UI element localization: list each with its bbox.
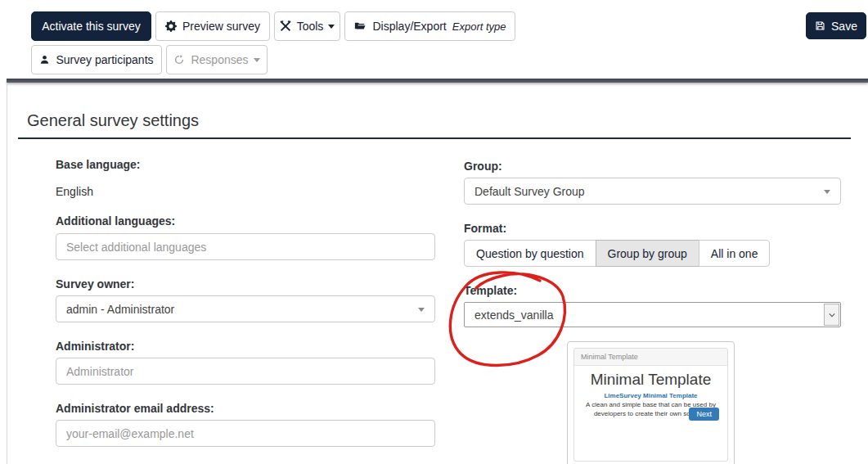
group-select[interactable]: Default Survey Group	[464, 178, 841, 205]
responses-icon	[173, 54, 185, 65]
save-label: Save	[831, 20, 857, 33]
administrator-input[interactable]	[56, 358, 435, 385]
template-value: extends_vanilla	[474, 309, 554, 322]
tools-menu-label: Tools	[297, 20, 324, 33]
template-preview-card: Minimal Template Minimal Template LimeSu…	[573, 348, 728, 462]
display-export-label: Display/Export	[372, 20, 446, 33]
tools-menu-button[interactable]: Tools	[274, 11, 340, 41]
responses-menu-button[interactable]: Responses	[166, 45, 268, 74]
admin-email-input[interactable]	[56, 420, 435, 447]
chevron-down-icon	[824, 190, 830, 194]
base-language-label: Base language:	[56, 158, 140, 171]
format-label: Format:	[464, 222, 506, 235]
preview-survey-button[interactable]: Preview survey	[155, 11, 270, 41]
save-icon	[815, 20, 825, 31]
admin-email-label: Administrator email address:	[56, 402, 214, 415]
format-button-group: Question by question Group by group All …	[464, 240, 770, 267]
base-language-value: English	[56, 185, 93, 198]
activate-survey-button[interactable]: Activate this survey	[31, 11, 151, 41]
format-option-group-by-group[interactable]: Group by group	[596, 240, 699, 267]
tools-icon	[280, 20, 291, 32]
preview-window-title: Minimal Template	[574, 349, 727, 366]
additional-languages-input[interactable]	[56, 233, 435, 260]
group-value: Default Survey Group	[474, 185, 585, 198]
survey-owner-label: Survey owner:	[56, 277, 134, 291]
responses-label: Responses	[191, 53, 248, 66]
preview-next-button: Next	[689, 408, 719, 421]
chevron-down-icon	[418, 308, 425, 312]
survey-owner-select[interactable]: admin - Administrator	[56, 295, 435, 322]
save-button[interactable]: Save	[806, 12, 866, 39]
template-label: Template:	[464, 284, 517, 297]
page-title: General survey settings	[27, 111, 199, 130]
chevron-down-icon	[328, 25, 335, 29]
survey-settings-page: Activate this survey Preview survey Tool…	[0, 0, 868, 464]
page-title-rule	[18, 137, 851, 139]
administrator-label: Administrator:	[56, 340, 134, 353]
template-select[interactable]: extends_vanilla	[464, 302, 841, 327]
survey-participants-button[interactable]: Survey participants	[31, 45, 162, 74]
preview-subheading: LimeSurvey Minimal Template	[574, 392, 727, 399]
survey-participants-label: Survey participants	[56, 53, 153, 66]
additional-languages-label: Additional languages:	[56, 214, 175, 227]
content-left-border	[7, 83, 7, 464]
group-label: Group:	[464, 160, 502, 173]
display-export-button[interactable]: Display/Export Export type	[344, 11, 515, 41]
gear-icon	[165, 20, 177, 32]
person-icon	[39, 54, 50, 65]
toolbar-separator	[7, 79, 868, 83]
preview-heading: Minimal Template	[574, 371, 727, 389]
folder-open-icon	[353, 20, 367, 32]
select-arrow-box	[824, 304, 839, 326]
chevron-down-icon	[254, 58, 260, 62]
format-option-all-in-one[interactable]: All in one	[699, 240, 771, 267]
chevron-down-icon	[828, 312, 836, 318]
activate-survey-label: Activate this survey	[42, 20, 141, 33]
export-type-note: Export type	[452, 20, 506, 33]
survey-owner-value: admin - Administrator	[66, 303, 174, 316]
format-option-question-by-question[interactable]: Question by question	[464, 240, 596, 267]
template-preview-thumbnail: Minimal Template Minimal Template LimeSu…	[567, 341, 735, 464]
preview-survey-label: Preview survey	[182, 20, 260, 33]
